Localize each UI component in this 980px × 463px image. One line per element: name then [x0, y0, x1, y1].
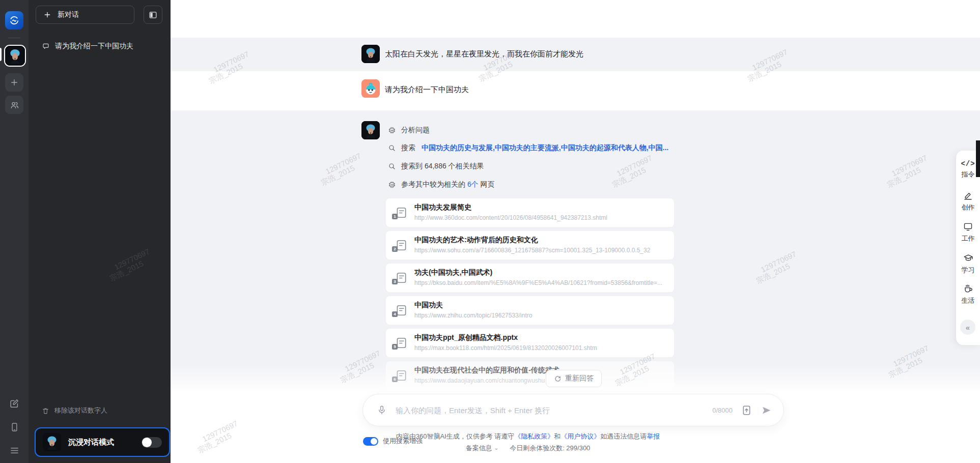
rail-item-label: 指令 — [962, 170, 975, 179]
refs-prefix: 参考其中较为相关的 — [401, 180, 467, 188]
immersive-mode-toggle[interactable] — [142, 437, 162, 448]
monitor-icon — [963, 221, 973, 232]
reference-card[interactable]: 4 中国功夫 https://www.zhihu.com/topic/19627… — [386, 296, 674, 325]
graduation-cap-icon — [963, 252, 974, 264]
chat-input[interactable] — [395, 406, 712, 415]
conversation-title: 请为我介绍一下中国功夫 — [55, 42, 133, 51]
reference-title: 中国功夫发展简史 — [414, 203, 471, 212]
beian-dropdown[interactable]: 备案信息 — [466, 444, 492, 452]
reference-title: 中国功夫ppt_原创精品文档.pptx — [414, 333, 518, 342]
digital-human-avatar — [361, 121, 380, 139]
reference-title: 中国功夫的艺术:动作背后的历史和文化 — [414, 236, 538, 245]
remove-persona-button[interactable]: 移除该对话数字人 — [36, 404, 154, 417]
reference-url: https://www.zhihu.com/topic/19627533/int… — [414, 312, 532, 319]
reference-title: 中国功夫在现代社会中的应用和价值-传统武术 — [414, 366, 559, 375]
add-persona-button[interactable] — [5, 73, 23, 92]
pencil-icon — [963, 190, 973, 201]
rail-item-label: 工作 — [962, 234, 975, 243]
immersive-mode-card[interactable]: 沉浸对话模式 — [35, 427, 170, 457]
rail-item-label: 创作 — [962, 203, 975, 212]
reference-title: 功夫(中国功夫,中国武术) — [414, 268, 492, 277]
legal-text: 如遇违法信息请 — [600, 432, 647, 440]
search-query-link[interactable]: 中国功夫的历史与发展,中国功夫的主要流派,中国功夫的起源和代表人物,中国... — [422, 143, 668, 152]
trash-icon — [42, 407, 49, 415]
reference-url: https://max.book118.com/html/2025/0619/8… — [414, 344, 597, 352]
analysis-step-label: 分析问题 — [401, 126, 430, 135]
plus-icon — [10, 78, 19, 87]
upload-file-icon[interactable] — [741, 404, 752, 416]
results-count: 64,886 — [425, 162, 446, 170]
scrollbar-thumb[interactable] — [976, 140, 980, 177]
active-persona-indicator — [0, 48, 2, 61]
immersive-mode-label: 沉浸对话模式 — [68, 438, 142, 447]
legal-text: 内容由360智脑AI生成，仅供参考 请遵守 — [396, 432, 515, 440]
reference-number-badge: 4 — [392, 311, 398, 317]
prompt-message: 请为我介绍一下中国功夫 — [385, 85, 469, 95]
reference-url: https://bkso.baidu.com/item/%E5%8A%9F%E5… — [414, 279, 662, 286]
digital-human-avatar-button[interactable] — [4, 45, 26, 67]
search-step: 搜索 中国功夫的历史与发展,中国功夫的主要流派,中国功夫的起源和代表人物,中国.… — [401, 143, 668, 153]
rail-item-study[interactable]: 学习 — [956, 252, 980, 275]
hamburger-icon — [9, 445, 20, 456]
microphone-icon[interactable] — [376, 404, 387, 416]
conversation-item[interactable]: 请为我介绍一下中国功夫 — [36, 39, 153, 54]
rail-item-creation[interactable]: 创作 — [956, 190, 980, 212]
ai-chip-icon — [388, 126, 396, 134]
menu-button[interactable] — [7, 443, 22, 458]
collapse-sidebar-button[interactable] — [144, 6, 162, 24]
rail-item-work[interactable]: 工作 — [956, 221, 980, 243]
divider — [8, 38, 20, 38]
chat-bubble-icon — [42, 42, 50, 50]
reference-card[interactable]: 6 中国功夫在现代社会中的应用和价值-传统武术 https://www.dada… — [386, 361, 674, 390]
plus-icon — [43, 11, 51, 19]
reference-url: https://www.sohu.com/a/716600836_1216758… — [414, 247, 650, 254]
reference-number-badge: 1 — [392, 214, 398, 219]
refresh-icon — [554, 375, 562, 383]
results-prefix: 搜索到 — [401, 162, 425, 170]
search-label: 搜索 — [401, 143, 415, 152]
message-composer: 0/8000 — [362, 394, 784, 426]
reference-number-badge: 6 — [392, 377, 398, 382]
digital-human-avatar — [361, 45, 380, 63]
new-chat-label: 新对话 — [58, 10, 79, 19]
persona-gallery-button[interactable] — [5, 96, 23, 114]
privacy-policy-link[interactable]: 《隐私政策》 — [514, 432, 554, 440]
reference-url: http://www.360doc.com/content/20/1026/08… — [414, 214, 607, 221]
report-link[interactable]: 举报 — [647, 432, 660, 440]
app-logo-icon — [8, 14, 20, 26]
quota-line: 备案信息 ⌄ 今日剩余体验次数: 299/300 — [324, 444, 732, 453]
remove-persona-label: 移除该对话数字人 — [54, 406, 107, 415]
regenerate-button[interactable]: 重新回答 — [546, 370, 602, 387]
collapse-rail-button[interactable]: « — [960, 320, 975, 335]
reference-card[interactable]: 3 功夫(中国功夫,中国武术) https://bkso.baidu.com/i… — [386, 264, 674, 292]
chevron-down-icon: ⌄ — [494, 445, 498, 451]
search-results-step: 搜索到 64,886 个相关结果 — [401, 162, 484, 171]
reference-card[interactable]: 1 中国功夫发展简史 http://www.360doc.com/content… — [386, 198, 674, 227]
app-logo[interactable] — [5, 11, 23, 30]
legal-line: 内容由360智脑AI生成，仅供参考 请遵守《隐私政策》和《用户协议》如遇违法信息… — [324, 432, 732, 441]
left-icon-bar — [0, 0, 29, 463]
reference-number-badge: 3 — [392, 279, 398, 284]
quota-text: 今日剩余体验次数: 299/300 — [510, 444, 590, 452]
right-rail: </> 指令 创作 工作 学习 — [956, 151, 980, 345]
compose-note-button[interactable] — [7, 396, 22, 411]
code-icon: </> — [961, 160, 975, 168]
references-step: 参考其中较为相关的 6个 网页 — [401, 180, 495, 189]
rail-item-label: 学习 — [962, 266, 975, 275]
toggle-knob — [142, 438, 152, 447]
refs-count-link[interactable]: 6个 — [467, 180, 479, 188]
new-chat-button[interactable]: 新对话 — [36, 6, 134, 24]
panel-toggle-icon — [148, 10, 158, 20]
mobile-app-button[interactable] — [7, 419, 22, 435]
reference-number-badge: 5 — [392, 344, 398, 350]
reference-card[interactable]: 5 中国功夫ppt_原创精品文档.pptx https://max.book11… — [386, 329, 674, 357]
refs-suffix: 网页 — [479, 180, 495, 188]
reference-card[interactable]: 2 中国功夫的艺术:动作背后的历史和文化 https://www.sohu.co… — [386, 231, 674, 259]
rail-item-life[interactable]: 生活 — [956, 283, 980, 305]
user-agreement-link[interactable]: 《用户协议》 — [561, 432, 600, 440]
legal-text: 和 — [554, 432, 561, 440]
coffee-icon — [963, 283, 974, 294]
char-counter: 0/8000 — [712, 407, 733, 414]
send-icon[interactable] — [761, 404, 772, 416]
compose-icon — [9, 398, 20, 409]
